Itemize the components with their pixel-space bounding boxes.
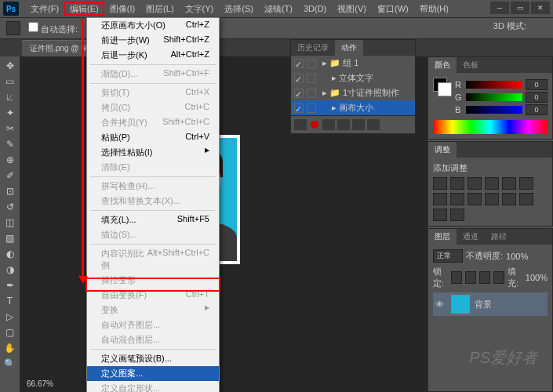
menu-文字(Y)[interactable]: 文字(Y): [180, 2, 220, 16]
adj-threshold-icon[interactable]: [433, 209, 447, 221]
adj-photo-filter-icon[interactable]: [450, 193, 464, 205]
adj-levels-icon[interactable]: [450, 177, 464, 190]
marquee-tool[interactable]: ▭: [1, 74, 20, 89]
adj-bw-icon[interactable]: [433, 193, 447, 205]
menu-滤镜(T)[interactable]: 滤镜(T): [259, 2, 298, 16]
adj-gradmap-icon[interactable]: [450, 209, 464, 221]
wand-tool[interactable]: ✦: [1, 105, 20, 121]
lock-pixels-icon[interactable]: [465, 271, 476, 284]
lock-transparency-icon[interactable]: [451, 271, 462, 284]
menu-item[interactable]: 还原画布大小(O)Ctrl+Z: [87, 18, 219, 33]
3d-mode-label: 3D 模式:: [493, 20, 526, 32]
crop-tool[interactable]: ✂: [1, 121, 20, 136]
lock-position-icon[interactable]: [479, 271, 490, 284]
move-tool[interactable]: ✥: [1, 58, 20, 74]
tab-swatches[interactable]: 色板: [457, 57, 485, 73]
action-item[interactable]: ✓▸ 画布大小: [291, 100, 415, 115]
menu-item[interactable]: 定义画笔预设(B)...: [87, 351, 219, 366]
blend-mode-select[interactable]: 正常: [433, 249, 463, 263]
menu-item[interactable]: 选择性粘贴(I)▶: [87, 145, 219, 160]
menu-文件(F)[interactable]: 文件(F): [25, 2, 64, 16]
tab-paths[interactable]: 路径: [485, 229, 513, 245]
shape-tool[interactable]: ▢: [1, 325, 20, 340]
adj-mixer-icon[interactable]: [468, 193, 482, 205]
adj-brightness-icon[interactable]: [433, 177, 447, 190]
menu-item[interactable]: 粘贴(P)Ctrl+V: [87, 130, 219, 145]
heal-tool[interactable]: ⊕: [1, 152, 20, 168]
menu-item: 自动对齐图层...: [87, 318, 219, 332]
tab-channels[interactable]: 通道: [457, 229, 485, 245]
adj-curves-icon[interactable]: [468, 177, 482, 190]
path-tool[interactable]: ▷: [1, 309, 20, 325]
gradient-tool[interactable]: ▨: [1, 230, 20, 246]
menu-item[interactable]: 填充(L)...Shift+F5: [87, 212, 219, 227]
menu-选择(S)[interactable]: 选择(S): [219, 2, 259, 16]
menu-item[interactable]: 前进一步(W)Shift+Ctrl+Z: [87, 33, 219, 48]
adj-vibrance-icon[interactable]: [502, 177, 516, 190]
zoom-tool[interactable]: 🔍: [1, 356, 20, 372]
menu-图像(I)[interactable]: 图像(I): [104, 2, 140, 16]
g-value[interactable]: 0: [526, 92, 548, 103]
tab-color[interactable]: 颜色: [428, 57, 457, 73]
history-brush-tool[interactable]: ↺: [1, 199, 20, 215]
layer-row[interactable]: 👁 背景: [433, 292, 548, 316]
adj-lookup-icon[interactable]: [485, 193, 499, 205]
menu-帮助(H)[interactable]: 帮助(H): [414, 2, 454, 16]
eraser-tool[interactable]: ◫: [1, 215, 20, 230]
type-tool[interactable]: T: [1, 293, 20, 309]
close-button[interactable]: ✕: [531, 2, 550, 14]
color-swatch[interactable]: [433, 78, 452, 96]
ps-logo[interactable]: Ps: [3, 2, 19, 16]
new-action-icon[interactable]: [352, 119, 365, 130]
b-value[interactable]: 0: [526, 104, 548, 115]
auto-select-checkbox[interactable]: [28, 22, 38, 32]
layer-thumbnail[interactable]: [451, 295, 470, 314]
fill-value[interactable]: 100%: [526, 273, 548, 282]
menu-编辑(E)[interactable]: 编辑(E): [64, 2, 104, 16]
new-set-icon[interactable]: [337, 119, 350, 130]
adj-exposure-icon[interactable]: [485, 177, 499, 190]
tab-actions[interactable]: 动作: [335, 40, 363, 56]
delete-icon[interactable]: [367, 119, 380, 130]
adjustments-panel: 调整 添加调整: [427, 141, 553, 227]
maximize-button[interactable]: ▭: [511, 2, 529, 14]
blur-tool[interactable]: ◐: [1, 246, 20, 262]
g-slider[interactable]: [466, 93, 522, 101]
tab-history[interactable]: 历史记录: [291, 40, 335, 56]
action-item[interactable]: ✓▸ 立体文字: [291, 71, 415, 85]
r-value[interactable]: 0: [526, 79, 548, 90]
layer-name[interactable]: 背景: [475, 299, 492, 310]
visibility-icon[interactable]: 👁: [435, 299, 446, 309]
menu-item[interactable]: 后退一步(K)Alt+Ctrl+Z: [87, 48, 219, 63]
color-spectrum[interactable]: [433, 120, 548, 134]
menu-窗口(W)[interactable]: 窗口(W): [372, 2, 414, 16]
lasso-tool[interactable]: ⟀: [1, 89, 20, 105]
lock-all-icon[interactable]: [493, 271, 504, 284]
b-slider[interactable]: [466, 106, 522, 114]
pen-tool[interactable]: ✒: [1, 278, 20, 293]
r-slider[interactable]: [466, 81, 522, 89]
eyedropper-tool[interactable]: ✎: [1, 136, 20, 152]
record-icon[interactable]: [311, 121, 318, 129]
hand-tool[interactable]: ✋: [1, 340, 20, 356]
adj-poster-icon[interactable]: [519, 193, 533, 205]
brush-tool[interactable]: ✐: [1, 168, 20, 183]
stop-icon[interactable]: [294, 119, 307, 130]
adj-invert-icon[interactable]: [502, 193, 516, 205]
minimize-button[interactable]: ─: [490, 2, 509, 14]
dodge-tool[interactable]: ◑: [1, 262, 20, 278]
menu-图层(L)[interactable]: 图层(L): [140, 2, 179, 16]
menu-3D(D)[interactable]: 3D(D): [298, 2, 332, 16]
action-item[interactable]: ✓▸ 📁 1寸证件照制作: [291, 85, 415, 100]
menu-item[interactable]: 定义图案...: [87, 366, 219, 381]
tool-preset-icon[interactable]: [6, 21, 20, 35]
opacity-value[interactable]: 100%: [506, 252, 528, 261]
menu-视图(V)[interactable]: 视图(V): [332, 2, 372, 16]
adj-hue-icon[interactable]: [519, 177, 533, 190]
stamp-tool[interactable]: ⊡: [1, 183, 20, 199]
tab-layers[interactable]: 图层: [428, 229, 457, 245]
action-item[interactable]: ✓▸ 📁 组 1: [291, 56, 415, 71]
play-icon[interactable]: [322, 119, 335, 130]
tab-adjustments[interactable]: 调整: [428, 142, 457, 158]
status-zoom[interactable]: 66.67%: [20, 378, 60, 392]
